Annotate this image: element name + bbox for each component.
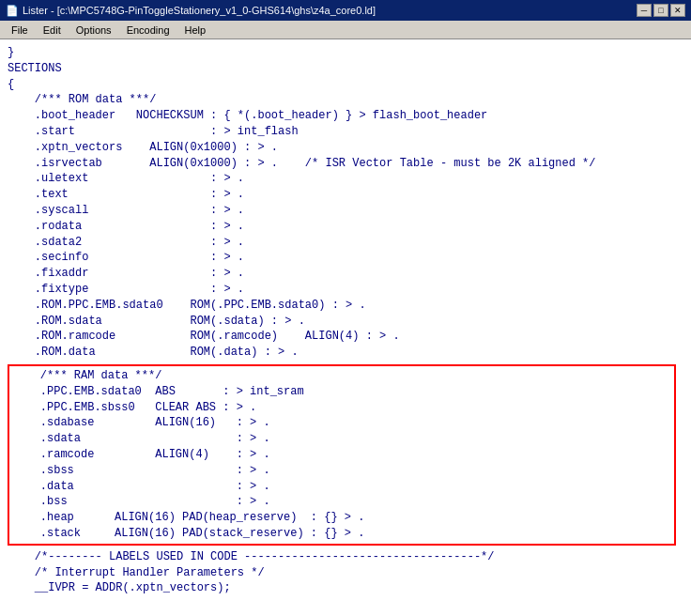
menu-help[interactable]: Help <box>177 23 214 38</box>
content-area: }SECTIONS{ /*** ROM data ***/ .boot_head… <box>0 39 691 616</box>
after-lines: /*-------- LABELS USED IN CODE ---------… <box>8 549 683 596</box>
code-line: .fixaddr : > . <box>8 266 683 282</box>
highlighted-line: .PPC.EMB.sdata0 ABS : > int_sram <box>13 384 670 400</box>
title-bar-buttons: ─ □ ✕ <box>637 4 685 17</box>
code-line: .text : > . <box>8 187 683 203</box>
menu-edit[interactable]: Edit <box>36 23 69 38</box>
highlighted-line: /*** RAM data ***/ <box>13 368 670 384</box>
highlighted-line: .heap ALIGN(16) PAD(heap_reserve) : {} >… <box>13 510 670 526</box>
menu-bar: File Edit Options Encoding Help <box>0 21 691 39</box>
menu-file[interactable]: File <box>4 23 36 38</box>
highlighted-lines: /*** RAM data ***/ .PPC.EMB.sdata0 ABS :… <box>13 368 670 542</box>
code-line: .boot_header NOCHECKSUM : { *(.boot_head… <box>8 108 683 124</box>
code-line: { <box>8 77 683 93</box>
code-line: .ROM.ramcode ROM(.ramcode) ALIGN(4) : > … <box>8 329 683 345</box>
title-bar: 📄 Lister - [c:\MPC5748G-PinToggleStation… <box>0 0 691 21</box>
highlighted-section: /*** RAM data ***/ .PPC.EMB.sdata0 ABS :… <box>8 362 683 547</box>
code-line: SECTIONS <box>8 61 683 77</box>
minimize-button[interactable]: ─ <box>637 4 652 17</box>
code-line: /*** ROM data ***/ <box>8 92 683 108</box>
code-lines: }SECTIONS{ /*** ROM data ***/ .boot_head… <box>8 45 683 361</box>
code-line: .ROM.data ROM(.data) : > . <box>8 345 683 361</box>
highlighted-line: .sbss : > . <box>13 463 670 479</box>
highlighted-line: .bss : > . <box>13 494 670 510</box>
code-line: /* Interrupt Handler Parameters */ <box>8 565 683 581</box>
maximize-button[interactable]: □ <box>653 4 668 17</box>
code-line: .start : > int_flash <box>8 124 683 140</box>
code-line: .uletext : > . <box>8 171 683 187</box>
menu-options[interactable]: Options <box>69 23 119 38</box>
code-line: .fixtype : > . <box>8 282 683 298</box>
code-line: .ROM.PPC.EMB.sdata0 ROM(.PPC.EMB.sdata0)… <box>8 298 683 314</box>
highlighted-line: .stack ALIGN(16) PAD(stack_reserve) : {}… <box>13 526 670 542</box>
code-line: .xptn_vectors ALIGN(0x1000) : > . <box>8 140 683 156</box>
highlighted-line: .sdabase ALIGN(16) : > . <box>13 415 670 431</box>
menu-encoding[interactable]: Encoding <box>119 23 177 38</box>
title-bar-left: 📄 Lister - [c:\MPC5748G-PinToggleStation… <box>6 5 376 17</box>
code-line: .sdata2 : > . <box>8 235 683 251</box>
code-line: } <box>8 45 683 61</box>
code-line: .isrvectab ALIGN(0x1000) : > . /* ISR Ve… <box>8 156 683 172</box>
code-line: .rodata : > . <box>8 219 683 235</box>
title-text: Lister - [c:\MPC5748G-PinToggleStationer… <box>23 5 376 16</box>
highlighted-line: .ramcode ALIGN(4) : > . <box>13 447 670 463</box>
highlight-box: /*** RAM data ***/ .PPC.EMB.sdata0 ABS :… <box>8 364 676 546</box>
code-line: __IVPR = ADDR(.xptn_vectors); <box>8 580 683 596</box>
close-button[interactable]: ✕ <box>670 4 685 17</box>
code-line: .syscall : > . <box>8 203 683 219</box>
highlighted-line: .data : > . <box>13 479 670 495</box>
highlighted-line: .sdata : > . <box>13 431 670 447</box>
code-line: .secinfo : > . <box>8 250 683 266</box>
highlighted-line: .PPC.EMB.sbss0 CLEAR ABS : > . <box>13 400 670 416</box>
app-icon: 📄 <box>6 5 19 17</box>
code-line: .ROM.sdata ROM(.sdata) : > . <box>8 314 683 330</box>
code-line: /*-------- LABELS USED IN CODE ---------… <box>8 549 683 565</box>
